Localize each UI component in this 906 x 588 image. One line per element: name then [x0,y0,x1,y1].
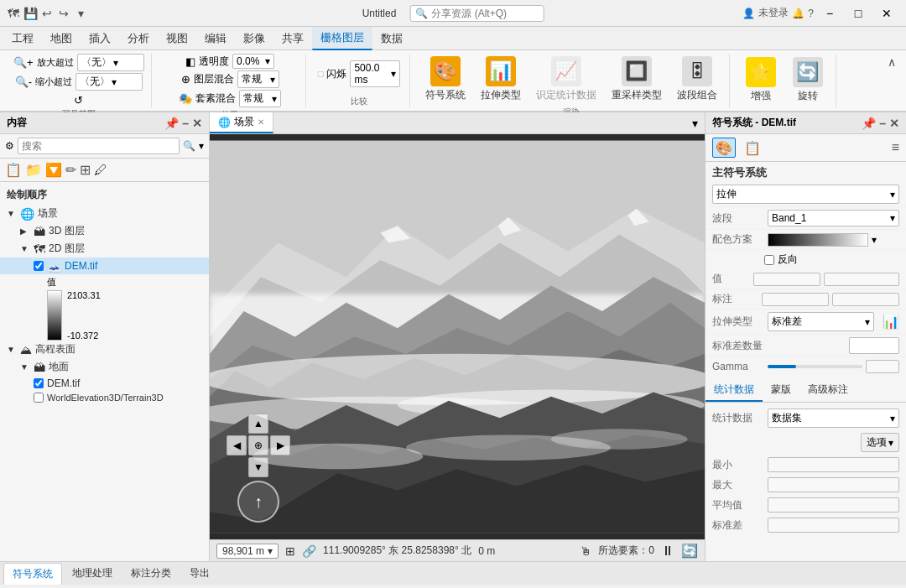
symbol-system-button[interactable]: 🎨 符号系统 [420,54,471,105]
redo-icon[interactable]: ↪ [57,7,70,20]
scene-tab[interactable]: 🌐 场景 ✕ [210,112,273,133]
stats-tab-data[interactable]: 统计数据 [706,379,763,402]
zoom-in-dropdown[interactable]: 〈无〉 ▾ [77,54,144,71]
nav-expand-button[interactable]: ⊕ [248,435,268,455]
enhance-button[interactable]: ⭐ 增强 [740,55,782,106]
map-link-icon[interactable]: 🔗 [302,544,316,558]
label-min-input[interactable]: -10.372 [762,293,829,306]
world-elevation-item[interactable]: WorldElevation3D/Terrain3D [0,391,209,404]
transparency-dropdown[interactable]: 0.0% ▾ [232,54,274,69]
search-dropdown-icon[interactable]: ▾ [199,140,204,152]
pin-icon[interactable]: 📌 [164,117,179,130]
resample-button[interactable]: 🔲 重采样类型 [607,54,667,105]
nav-right-button[interactable]: ▶ [270,435,290,455]
symbol-table-icon[interactable]: 📋 [741,138,764,158]
stats-dataset-dropdown[interactable]: 数据集 ▾ [768,408,899,428]
color-bar[interactable] [768,233,868,247]
menu-item-data[interactable]: 数据 [372,28,411,49]
nav-left-button[interactable]: ◀ [226,435,247,455]
mean-stats-input[interactable]: 352.38167308 [768,497,899,513]
draw-icon[interactable]: 🖊 [94,163,107,178]
scene-tab-close[interactable]: ✕ [258,117,264,127]
min-stats-input[interactable]: -10.37203979 [768,457,899,472]
scene-layer-item[interactable]: ▼ 🌐 场景 [0,205,209,222]
menu-item-share[interactable]: 共享 [273,28,312,49]
close-symbol-icon[interactable]: ✕ [889,117,899,130]
stats-button[interactable]: 📈 识定统计数据 [531,54,601,105]
max-stats-input[interactable]: 2103.30932617 [768,477,899,492]
menu-item-imagery[interactable]: 影像 [235,28,273,49]
std-count-input[interactable]: 5.5 [849,337,899,354]
user-area[interactable]: 👤 未登录 🔔 ? [742,6,814,20]
pause-button[interactable]: ⏸ [661,544,674,559]
menu-item-map[interactable]: 地图 [42,28,81,49]
map-content[interactable]: ▲ ◀ ⊕ ▶ ▼ ↑ [210,134,705,539]
filter2-icon[interactable]: 🔽 [45,162,62,178]
stretch-type-select[interactable]: 标准差 ▾ [768,312,874,331]
nav-compass[interactable]: ↑ [237,481,279,523]
map-nav-icon[interactable]: ⊞ [285,544,295,558]
bottom-tab-symbol[interactable]: 符号系统 [3,563,62,585]
pin-symbol-icon[interactable]: 📌 [862,117,876,130]
elevation-surface-item[interactable]: ▼ ⛰ 高程表面 [0,341,209,358]
rotate-button[interactable]: 🔄 旋转 [787,55,829,106]
stats-tab-advanced[interactable]: 高级标注 [799,379,857,402]
menu-item-edit[interactable]: 编辑 [196,28,235,49]
select-button[interactable]: 选项 ▾ [861,433,899,452]
close-panel-icon[interactable]: ✕ [192,117,202,130]
world-elevation-checkbox[interactable] [34,393,44,403]
bottom-tab-annotation[interactable]: 标注分类 [122,563,180,584]
close-button[interactable]: ✕ [874,4,899,23]
map-dropdown-icon[interactable]: ▾ [685,117,705,130]
ribbon-collapse-button[interactable]: ∧ [884,54,899,107]
stats-tab-mask[interactable]: 蒙版 [763,379,799,402]
ground-item[interactable]: ▼ 🏔 地面 [0,358,209,376]
stretch-dropdown[interactable]: 拉伸 ▾ [712,185,899,204]
dem-layer-item[interactable]: 🗻 DEM.tif [0,258,209,274]
maximize-button[interactable]: □ [846,4,871,23]
search-go-icon[interactable]: 🔍 [183,140,195,152]
stretch-type-button[interactable]: 📊 拉伸类型 [476,54,526,105]
nav-down-button[interactable]: ▼ [248,457,268,477]
minimize-button[interactable]: − [817,4,842,23]
masking-dropdown[interactable]: 常规 ▾ [239,90,281,107]
more-icon[interactable]: ▾ [74,7,87,20]
menu-item-project[interactable]: 工程 [3,28,42,49]
symbol-paint-icon[interactable]: 🎨 [712,138,736,158]
global-search-box[interactable]: 🔍 [409,5,544,22]
symbol-menu-icon[interactable]: ≡ [892,140,899,155]
save-icon[interactable]: 💾 [23,7,37,20]
layer-search-input[interactable] [18,138,180,154]
edit-icon[interactable]: ✏ [65,162,76,178]
blend-dropdown[interactable]: 常规 ▾ [237,70,279,88]
grid-icon[interactable]: ⊞ [80,162,91,178]
std-stats-input[interactable]: 292.23489843 [768,518,899,533]
menu-item-analysis[interactable]: 分析 [119,28,158,49]
flash-dropdown[interactable]: 500.0 ms ▾ [350,60,400,87]
max-value-input[interactable]: 2103.309326 [824,273,899,286]
global-search-input[interactable] [431,8,532,19]
bottom-tab-geoprocessing[interactable]: 地理处理 [64,563,121,584]
bottom-tab-export[interactable]: 导出 [181,563,218,584]
menu-item-insert[interactable]: 插入 [81,28,119,49]
help-label[interactable]: ? [808,8,814,19]
dem-layer-checkbox[interactable] [34,261,44,271]
undo-icon[interactable]: ↩ [40,7,54,20]
label-max-input[interactable]: 2103.31 [832,293,899,306]
table-icon[interactable]: 📋 [5,162,22,178]
auto-hide-symbol-icon[interactable]: – [879,117,886,130]
nav-up-button[interactable]: ▲ [248,414,268,434]
reset-icon[interactable]: ↺ [74,94,83,107]
band-combo-button[interactable]: 🎛 波段组合 [672,54,722,105]
dem-surface-item[interactable]: DEM.tif [0,376,209,391]
folder-icon[interactable]: 📁 [25,162,42,178]
notification-icon[interactable]: 🔔 [792,8,804,19]
auto-hide-icon[interactable]: – [182,117,189,130]
zoom-out-dropdown[interactable]: 〈无〉 ▾ [76,73,143,91]
layer-2d-item[interactable]: ▼ 🗺 2D 图层 [0,240,209,258]
scale-dropdown[interactable]: 98,901 m ▾ [216,544,279,559]
histogram-icon[interactable]: 📊 [883,314,899,330]
dem-surface-checkbox[interactable] [34,378,44,388]
band-dropdown[interactable]: Band_1 ▾ [768,210,899,226]
layer-3d-item[interactable]: ▶ 🏔 3D 图层 [0,222,209,240]
